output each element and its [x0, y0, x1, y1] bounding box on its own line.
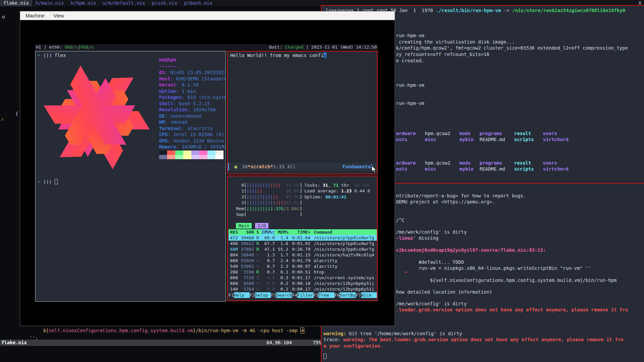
neofetch-entry: DE: none+xmonad [159, 113, 201, 119]
guest-screen: HI | eth0: 0kB/s|0kB/s Batt: Charged | 2… [35, 44, 378, 302]
cpu-meter-0: 0[|||||||||||||51.7%] [235, 182, 302, 188]
fkey-label-search[interactable]: Search [276, 292, 292, 298]
neofetch-entry: GPU: Vendor 1234 Device [159, 138, 224, 144]
htop-tab-main[interactable]: Main [236, 223, 252, 229]
modified-indicator-icon: ● [234, 163, 237, 171]
emacs-window-number: 34 [242, 163, 248, 171]
process-row[interactable]: 49630612R67.71.60:01.02/nix/store/p7pp0i… [229, 241, 377, 246]
vim-tab-flake[interactable]: flake.nix [0, 0, 32, 6]
terminal-line: /me/work/config' is dirty [396, 301, 467, 307]
terminal-line: ntribute/report-a-bug> for how to report… [396, 193, 526, 199]
terminal-line: how detailed location information) [396, 289, 492, 295]
warning-sign-icon: ⚠ [1, 116, 4, 121]
qemu-menubar: Machine View [20, 11, 395, 20]
cpu-meter-2: 2[||||||||||||47.7%] [235, 194, 302, 200]
terminal-line: run-hpm-vm [396, 82, 424, 88]
fkey-label-nice[interactable]: Nice [361, 292, 377, 298]
vim-tab-hpm[interactable]: h/hpm.nix [67, 0, 99, 6]
swap-meter: Swp[0K/0K] [235, 212, 302, 217]
ls-output-row: ostsmiscmybinREADME.mdscriptsvirtchord [396, 136, 568, 142]
terminal-cursor [324, 353, 327, 359]
fkey-label-help[interactable]: Help [234, 292, 250, 298]
fkey[interactable]: F1 [229, 292, 234, 298]
fkey[interactable]: F4 [292, 292, 297, 298]
neofetch-underline: ------ [159, 63, 176, 69]
memory-meter: Mem[|||||||||2.37G/3.84G] [235, 206, 302, 212]
fkey-label-filter[interactable]: Filter [297, 292, 313, 298]
neofetch-entry: Shell: bash 5.2.15 [159, 101, 210, 107]
fkey[interactable]: F5 [313, 292, 319, 298]
vim-text-fragment: { [15, 111, 18, 116]
fkey[interactable]: F7 [356, 292, 361, 298]
terminal-color-palette-row2 [159, 155, 224, 159]
ls-output-row: ardwarehpm.qcow2modsprogramsresultusers [396, 160, 557, 166]
process-row[interactable]: 2883196R0.70.10:00.51htop [229, 269, 377, 275]
neofetch-entry: WM: xmonad [159, 119, 187, 125]
process-row[interactable]: 54053992S0.72.20:00.97alacritty [229, 263, 377, 269]
neofetch-entry: Host: KVM/QEMU (Standard [159, 76, 226, 82]
vim-scroll-percent: 75% [313, 340, 321, 346]
terminal-line: -linux' missing [396, 235, 438, 241]
terminal-line: creating the virtualisation disk image..… [396, 39, 515, 45]
neofetch-entry: Kernel: 6.1.59 [159, 82, 199, 88]
shell-prompt: ~ ⟩⟩⟩ [38, 179, 58, 185]
fkey-label-setup[interactable]: Setup [255, 292, 271, 298]
terminal-line: #default... TODO [396, 259, 464, 265]
fkey[interactable]: F2 [250, 292, 255, 298]
terminal-line: run-hpm-vm [396, 100, 424, 106]
terminal-line: ^ [396, 270, 407, 277]
htop-tile[interactable]: 0[|||||||||||||51.7%] 1[||||||26.0%] 2[|… [227, 176, 378, 301]
process-row[interactable]: 68M37892R47.155.20:26.79/nix/store/p7pp0… [229, 246, 377, 252]
terminal-line: QEMU project at <https://qemu.org>. [396, 199, 495, 205]
terminal-line: /me/work/config' is dirty [396, 229, 467, 235]
terminal-line: m your configuration. [324, 343, 383, 349]
emacs-major-mode: Fundamental [342, 163, 374, 171]
fkey[interactable]: F6 [335, 292, 340, 298]
neofetch-entry: Uptime: 1 min [159, 88, 196, 95]
htop-function-keys: F1Help F2Setup F3Search F4Filter F5Tree … [229, 292, 377, 298]
terminal-line: c2bcsm4xmj0vd0capi9q2yc0yzl87-source/fla… [396, 247, 546, 253]
vim-tab-default[interactable]: u/m/default.nix [99, 0, 148, 6]
htop-tabs: MainI/O [236, 223, 268, 229]
process-row[interactable]: 8087720S0.00.30:01.17/run/current-system… [229, 275, 377, 281]
emacs-tile[interactable]: Hello World!! from my emacs config ● 34 … [227, 51, 378, 174]
terminal-line: ${self.nixosConfigurations.hpm.config.sy… [396, 277, 616, 283]
guest-batt-clock: Batt: Charged | 2023-11-01 (Wed) 14:12:5… [269, 44, 377, 50]
terminal-line: /^C [396, 217, 404, 223]
menu-view[interactable]: View [53, 11, 64, 20]
fkey[interactable]: F3 [271, 292, 276, 298]
process-row[interactable]: 6886560S0.00.20:00.18/nix/store/12bynbp6… [229, 281, 377, 286]
vim-tab-ssh[interactable]: p/ssh.nix [148, 0, 181, 6]
terminal-line: trace: warning: The boot.loader.grub.ver… [324, 337, 623, 343]
terminal-line: k/config/hpm.qcow2', fmt=qcow2 cluster_s… [396, 45, 628, 51]
fkey-label-tree[interactable]: Tree [318, 292, 334, 298]
vim-tab-bash[interactable]: p/bash.nix [181, 0, 215, 6]
emacs-cursor: g [324, 53, 326, 58]
terminal-line: run-hpm-vm [396, 33, 424, 39]
cpu-meter-3: 3[|||||||||||||||62.5%] [235, 200, 302, 205]
guest-terminal-tile[interactable]: ~ ⟩⟩⟩ flex me@hpm ------ OS: NixOS 23.0 [35, 51, 226, 302]
qemu-vm-window[interactable]: Machine View HI | eth0: 0kB/s|0kB/s Batt… [20, 11, 395, 326]
desktop: HI | enp1s0: 0kB/s|0kB/s Batt: Charged |… [0, 0, 644, 362]
guest-net-status: HI | eth0: 0kB/s|0kB/s [36, 44, 94, 50]
process-row[interactable]: 47230468R69.01.40:01.04/nix/store/p7pp0i… [229, 235, 377, 241]
process-table-header[interactable]: RESSHRSCPU%▽MEM%TIME+Command [229, 229, 377, 235]
menu-machine[interactable]: Machine [26, 11, 45, 20]
emacs-buffer-name: *scratch* [248, 163, 273, 171]
ls-output-row: ostsmiscmybinREADME.mdscriptsvirtchord [396, 166, 568, 172]
process-row[interactable]: 66055920S0.72.40:01.79alacritty [229, 258, 377, 263]
ls-output-row: ardwarehpm.qcow2modsprogramsresultusers [396, 130, 557, 136]
vim-text-fragment: o [2, 14, 5, 19]
emacs-modeline: ● 34 *scratch* 1:33 All Fundamental [228, 163, 377, 171]
terminal-line: zy_refcounts=off refcount_bits=16 [396, 51, 489, 57]
neofetch-entry: Terminal: alacritty [159, 125, 213, 132]
htop-tasks: Tasks: 31, 71 thr, 82 kth [304, 182, 370, 188]
htop-load: Load average: 1.23 0.44 0 [304, 188, 370, 194]
vim-tab-main[interactable]: h/main.nix [32, 0, 67, 6]
process-row[interactable]: 80436848S1.31.70:01.15/nix/store/ha2fv9k… [229, 252, 377, 258]
htop-tab-io[interactable]: I/O [255, 223, 268, 229]
neofetch-title: me@hpm [159, 57, 176, 63]
emacs-buffer-text: Hello World!! from my emacs config [230, 52, 327, 58]
fkey-label-sortby[interactable]: SortBy [340, 292, 355, 298]
process-row[interactable]: 1405764S0.00.20:00.17/nix/store/12bynbp6… [229, 286, 377, 292]
